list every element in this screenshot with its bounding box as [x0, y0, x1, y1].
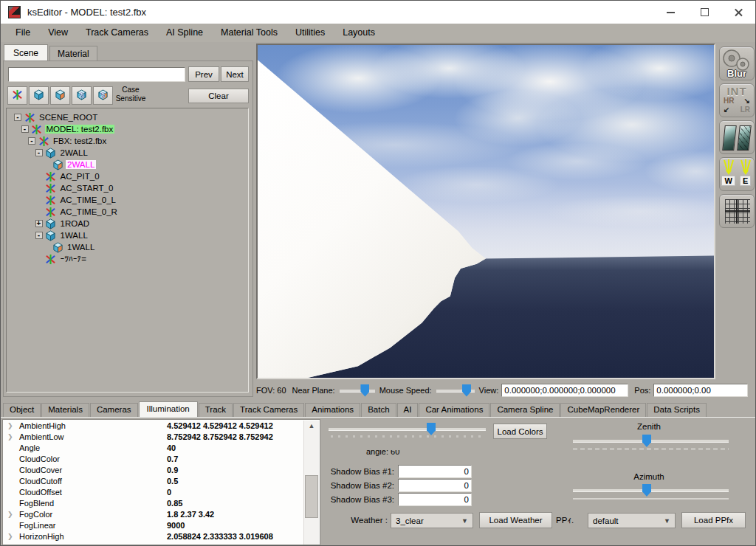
property-row[interactable]: ❯FogColor1.8 2.37 3.42	[3, 508, 320, 519]
azimuth-slider-thumb[interactable]	[642, 484, 651, 497]
tab-batch[interactable]: Batch	[361, 403, 396, 417]
scroll-up-icon[interactable]: ▲	[304, 421, 319, 432]
tree-expander[interactable]: -	[14, 114, 21, 121]
tab-cameras[interactable]: Cameras	[90, 403, 138, 417]
tab-scene[interactable]: Scene	[4, 44, 48, 61]
search-input[interactable]	[8, 67, 185, 82]
next-button[interactable]: Next	[221, 66, 249, 82]
tree-expander[interactable]: -	[21, 125, 29, 133]
mirrors-tool-button[interactable]	[719, 120, 755, 154]
blur-tool-button[interactable]: Blur	[719, 46, 755, 80]
scrollbar-thumb[interactable]	[305, 475, 318, 518]
tree-expander[interactable]: +	[35, 220, 43, 227]
tree-item-ac-pit-0[interactable]: AC_PIT_0	[7, 170, 248, 182]
load-weather-button[interactable]: Load Weather	[479, 512, 552, 528]
load-ppfx-button[interactable]: Load PPfx	[681, 512, 746, 528]
tab-ai[interactable]: AI	[397, 403, 419, 417]
property-row[interactable]: ❯AmbientHigh4.529412 4.529412 4.529412	[3, 420, 320, 431]
azimuth-slider-ticks	[573, 498, 729, 500]
tab-track[interactable]: Track	[199, 403, 233, 417]
scene-panel: Prev Next SS Case Sensitive Clear -SCENE…	[3, 61, 253, 397]
prev-button[interactable]: Prev	[188, 66, 219, 82]
filter-axes-button[interactable]	[7, 86, 27, 105]
tree-item-2wall[interactable]: 2WALL	[7, 159, 248, 170]
tab-material[interactable]: Material	[49, 46, 97, 61]
menu-item-view[interactable]: View	[39, 24, 77, 42]
close-button[interactable]	[721, 1, 755, 24]
tab-cubemaprenderer[interactable]: CubeMapRenderer	[560, 403, 646, 417]
tab-illumination[interactable]: Illumination	[139, 401, 198, 417]
time-slider-thumb[interactable]	[427, 423, 436, 435]
shadow-bias-1-input[interactable]	[398, 465, 472, 478]
grid-tool-button[interactable]	[719, 194, 755, 228]
tab-car-animations[interactable]: Car Animations	[419, 403, 489, 417]
expand-chevron-icon[interactable]: ❯	[7, 533, 19, 540]
tree-expander[interactable]: -	[35, 149, 43, 156]
expand-chevron-icon[interactable]: ❯	[7, 422, 19, 429]
tree-item-scene-root[interactable]: -SCENE_ROOT	[7, 111, 248, 123]
property-row[interactable]: CloudCover0.9	[3, 464, 320, 475]
property-value: 9000	[167, 521, 185, 530]
tree-item-label: 1WALL	[59, 231, 89, 240]
tree-item-ac-time-0-r[interactable]: AC_TIME_0_R	[7, 206, 248, 218]
minimize-button[interactable]	[653, 1, 687, 24]
tree-item-2wall[interactable]: -2WALL	[7, 147, 248, 159]
int-hr-lr-tool-button[interactable]: INT HR↘ ↙LR	[719, 83, 755, 117]
property-row[interactable]: ❯HorizonLow1.3 1.333335 2.3533333	[3, 542, 320, 545]
shadow-bias-3-input[interactable]	[398, 493, 472, 506]
menu-item-track-cameras[interactable]: Track Cameras	[77, 24, 157, 42]
menu-item-ai-spline[interactable]: AI Spline	[157, 24, 212, 42]
menu-item-file[interactable]: File	[7, 24, 39, 42]
ppfx-dropdown[interactable]: default ▼	[588, 513, 676, 528]
tree-expander[interactable]: -	[35, 232, 43, 239]
time-slider-track[interactable]	[329, 428, 486, 430]
tree-item-ac-time-0-l[interactable]: AC_TIME_0_L	[7, 194, 248, 206]
menu-item-layouts[interactable]: Layouts	[334, 24, 384, 42]
property-row[interactable]: ❯HorizonHigh2.058824 2.333333 3.019608	[3, 531, 320, 542]
property-row[interactable]: CloudCutoff0.5	[3, 475, 320, 486]
property-row[interactable]: ❯AmbientLow8.752942 8.752942 8.752942	[3, 431, 320, 442]
property-row[interactable]: FogLinear9000	[3, 519, 320, 531]
tree-item-item[interactable]: ｰﾂﾊｰﾃ=	[7, 253, 248, 265]
tab-object[interactable]: Object	[3, 403, 41, 417]
view-input[interactable]	[501, 384, 628, 397]
tree-item-1wall[interactable]: 1WALL	[7, 241, 248, 253]
tree-item-1road[interactable]: +1ROAD	[7, 218, 248, 229]
near-plane-slider[interactable]	[340, 383, 375, 398]
filter-cube-s-button[interactable]: S	[72, 86, 92, 105]
pos-input[interactable]	[653, 384, 748, 397]
property-row[interactable]: Angle40	[3, 442, 320, 453]
weather-dropdown[interactable]: 3_clear ▼	[391, 513, 473, 528]
tree-item-model-test2-fbx[interactable]: -MODEL: test2.fbx	[7, 123, 248, 135]
menu-item-material-tools[interactable]: Material Tools	[212, 24, 286, 42]
maximize-button[interactable]	[687, 1, 721, 24]
menu-item-utilities[interactable]: Utilities	[286, 24, 334, 42]
shadow-bias-2-input[interactable]	[398, 479, 472, 492]
tree-item-fbx-test2-fbx[interactable]: -FBX: test2.fbx	[7, 135, 248, 147]
tab-data-scripts[interactable]: Data Scripts	[647, 403, 707, 417]
load-colors-button[interactable]: Load Colors	[493, 424, 547, 439]
filter-cube-orange-button[interactable]	[50, 86, 70, 105]
tree-expander[interactable]: -	[28, 137, 35, 145]
property-row[interactable]: CloudOffset0	[3, 486, 320, 497]
property-grid-scrollbar[interactable]: ▲	[303, 421, 319, 545]
expand-chevron-icon[interactable]: ❯	[7, 544, 19, 546]
expand-chevron-icon[interactable]: ❯	[7, 511, 19, 518]
mouse-speed-slider[interactable]	[436, 383, 475, 398]
tree-item-1wall[interactable]: -1WALL	[7, 229, 248, 241]
clear-button[interactable]: Clear	[188, 89, 249, 103]
expand-chevron-icon[interactable]: ❯	[7, 433, 19, 440]
wind-we-tool-button[interactable]: W E	[719, 157, 755, 191]
tab-track-cameras[interactable]: Track Cameras	[233, 403, 304, 417]
tab-camera-spline[interactable]: Camera Spline	[490, 403, 560, 417]
zenith-slider-thumb[interactable]	[642, 435, 651, 447]
mouse-speed-thumb[interactable]	[462, 384, 471, 397]
property-row[interactable]: CloudColor0.7	[3, 453, 320, 464]
tab-animations[interactable]: Animations	[305, 403, 360, 417]
tree-item-ac-start-0[interactable]: AC_START_0	[7, 182, 248, 194]
viewport-3d[interactable]	[256, 44, 715, 379]
near-plane-thumb[interactable]	[360, 384, 369, 397]
property-row[interactable]: FogBlend0.85	[3, 497, 320, 508]
filter-cube-button[interactable]	[29, 86, 49, 105]
tab-materials[interactable]: Materials	[41, 403, 89, 417]
